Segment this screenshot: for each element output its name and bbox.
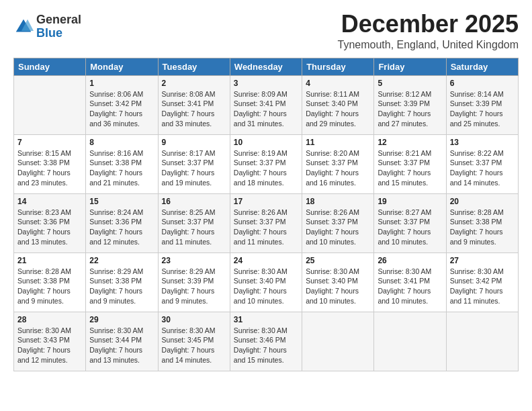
day-detail: Sunrise: 8:11 AM Sunset: 3:40 PM Dayligh… bbox=[306, 89, 370, 129]
calendar-cell: 30Sunrise: 8:30 AM Sunset: 3:45 PM Dayli… bbox=[158, 312, 230, 371]
calendar-week-row: 14Sunrise: 8:23 AM Sunset: 3:36 PM Dayli… bbox=[14, 193, 519, 253]
day-detail: Sunrise: 8:26 AM Sunset: 3:37 PM Dayligh… bbox=[306, 208, 370, 247]
day-detail: Sunrise: 8:30 AM Sunset: 3:41 PM Dayligh… bbox=[378, 267, 442, 306]
calendar-cell: 2Sunrise: 8:08 AM Sunset: 3:41 PM Daylig… bbox=[158, 75, 230, 134]
calendar-cell: 23Sunrise: 8:29 AM Sunset: 3:39 PM Dayli… bbox=[158, 253, 230, 312]
title-area: December 2025 Tynemouth, England, United… bbox=[338, 11, 519, 51]
calendar-cell bbox=[302, 312, 374, 371]
logo-blue-text: Blue bbox=[36, 27, 81, 40]
day-detail: Sunrise: 8:21 AM Sunset: 3:37 PM Dayligh… bbox=[378, 148, 442, 188]
calendar-cell: 7Sunrise: 8:15 AM Sunset: 3:38 PM Daylig… bbox=[14, 134, 86, 193]
calendar-cell bbox=[374, 312, 446, 371]
calendar-header-thursday: Thursday bbox=[302, 58, 374, 75]
calendar-cell: 4Sunrise: 8:11 AM Sunset: 3:40 PM Daylig… bbox=[302, 75, 374, 134]
day-number: 9 bbox=[162, 138, 226, 147]
calendar-cell: 8Sunrise: 8:16 AM Sunset: 3:38 PM Daylig… bbox=[86, 134, 158, 193]
day-number: 6 bbox=[450, 79, 515, 88]
calendar-cell: 12Sunrise: 8:21 AM Sunset: 3:37 PM Dayli… bbox=[374, 134, 446, 193]
day-detail: Sunrise: 8:20 AM Sunset: 3:37 PM Dayligh… bbox=[306, 148, 370, 188]
calendar-week-row: 28Sunrise: 8:30 AM Sunset: 3:43 PM Dayli… bbox=[14, 312, 519, 371]
page: General Blue December 2025 Tynemouth, En… bbox=[0, 0, 532, 411]
day-number: 28 bbox=[17, 315, 82, 324]
calendar-cell: 25Sunrise: 8:30 AM Sunset: 3:40 PM Dayli… bbox=[302, 253, 374, 312]
calendar-cell: 24Sunrise: 8:30 AM Sunset: 3:40 PM Dayli… bbox=[230, 253, 302, 312]
calendar-cell: 22Sunrise: 8:29 AM Sunset: 3:38 PM Dayli… bbox=[86, 253, 158, 312]
day-detail: Sunrise: 8:29 AM Sunset: 3:38 PM Dayligh… bbox=[89, 267, 154, 306]
day-detail: Sunrise: 8:16 AM Sunset: 3:38 PM Dayligh… bbox=[89, 148, 154, 188]
day-detail: Sunrise: 8:15 AM Sunset: 3:38 PM Dayligh… bbox=[17, 148, 82, 188]
day-number: 11 bbox=[306, 138, 370, 147]
day-number: 1 bbox=[89, 79, 154, 88]
day-detail: Sunrise: 8:12 AM Sunset: 3:39 PM Dayligh… bbox=[378, 89, 442, 129]
calendar-cell: 26Sunrise: 8:30 AM Sunset: 3:41 PM Dayli… bbox=[374, 253, 446, 312]
calendar-cell: 6Sunrise: 8:14 AM Sunset: 3:39 PM Daylig… bbox=[446, 75, 518, 134]
calendar-cell: 31Sunrise: 8:30 AM Sunset: 3:46 PM Dayli… bbox=[230, 312, 302, 371]
calendar-cell: 21Sunrise: 8:28 AM Sunset: 3:38 PM Dayli… bbox=[14, 253, 86, 312]
day-detail: Sunrise: 8:30 AM Sunset: 3:46 PM Dayligh… bbox=[234, 326, 298, 365]
calendar-cell: 28Sunrise: 8:30 AM Sunset: 3:43 PM Dayli… bbox=[14, 312, 86, 371]
calendar-cell: 15Sunrise: 8:24 AM Sunset: 3:36 PM Dayli… bbox=[86, 193, 158, 253]
day-detail: Sunrise: 8:27 AM Sunset: 3:37 PM Dayligh… bbox=[378, 208, 442, 247]
calendar-cell: 1Sunrise: 8:06 AM Sunset: 3:42 PM Daylig… bbox=[86, 75, 158, 134]
calendar-header-sunday: Sunday bbox=[14, 58, 86, 75]
day-number: 8 bbox=[89, 138, 154, 147]
location: Tynemouth, England, United Kingdom bbox=[338, 39, 519, 51]
day-detail: Sunrise: 8:17 AM Sunset: 3:37 PM Dayligh… bbox=[162, 148, 226, 188]
day-number: 20 bbox=[450, 197, 515, 206]
day-number: 15 bbox=[89, 197, 154, 206]
day-number: 10 bbox=[234, 138, 298, 147]
day-detail: Sunrise: 8:30 AM Sunset: 3:40 PM Dayligh… bbox=[234, 267, 298, 306]
day-number: 3 bbox=[234, 79, 298, 88]
day-detail: Sunrise: 8:23 AM Sunset: 3:36 PM Dayligh… bbox=[17, 208, 82, 247]
day-number: 13 bbox=[450, 138, 515, 147]
day-detail: Sunrise: 8:14 AM Sunset: 3:39 PM Dayligh… bbox=[450, 89, 515, 129]
day-number: 22 bbox=[89, 256, 154, 265]
calendar-week-row: 21Sunrise: 8:28 AM Sunset: 3:38 PM Dayli… bbox=[14, 253, 519, 312]
day-detail: Sunrise: 8:30 AM Sunset: 3:44 PM Dayligh… bbox=[89, 326, 154, 365]
calendar-cell: 11Sunrise: 8:20 AM Sunset: 3:37 PM Dayli… bbox=[302, 134, 374, 193]
calendar-cell: 3Sunrise: 8:09 AM Sunset: 3:41 PM Daylig… bbox=[230, 75, 302, 134]
calendar-week-row: 1Sunrise: 8:06 AM Sunset: 3:42 PM Daylig… bbox=[14, 75, 519, 134]
day-detail: Sunrise: 8:28 AM Sunset: 3:38 PM Dayligh… bbox=[450, 208, 515, 247]
day-number: 5 bbox=[378, 79, 442, 88]
calendar-cell: 18Sunrise: 8:26 AM Sunset: 3:37 PM Dayli… bbox=[302, 193, 374, 253]
calendar: SundayMondayTuesdayWednesdayThursdayFrid… bbox=[13, 58, 519, 371]
day-number: 27 bbox=[450, 256, 515, 265]
day-number: 26 bbox=[378, 256, 442, 265]
day-number: 16 bbox=[162, 197, 226, 206]
calendar-week-row: 7Sunrise: 8:15 AM Sunset: 3:38 PM Daylig… bbox=[14, 134, 519, 193]
day-detail: Sunrise: 8:30 AM Sunset: 3:40 PM Dayligh… bbox=[306, 267, 370, 306]
day-number: 17 bbox=[234, 197, 298, 206]
logo-general-text: General bbox=[36, 13, 81, 27]
day-detail: Sunrise: 8:26 AM Sunset: 3:37 PM Dayligh… bbox=[234, 208, 298, 247]
calendar-header-wednesday: Wednesday bbox=[230, 58, 302, 75]
day-number: 7 bbox=[17, 138, 82, 147]
day-number: 23 bbox=[162, 256, 226, 265]
calendar-cell: 9Sunrise: 8:17 AM Sunset: 3:37 PM Daylig… bbox=[158, 134, 230, 193]
calendar-cell: 27Sunrise: 8:30 AM Sunset: 3:42 PM Dayli… bbox=[446, 253, 518, 312]
calendar-header-tuesday: Tuesday bbox=[158, 58, 230, 75]
day-number: 19 bbox=[378, 197, 442, 206]
day-number: 14 bbox=[17, 197, 82, 206]
logo-icon bbox=[13, 17, 34, 37]
calendar-header-monday: Monday bbox=[86, 58, 158, 75]
day-detail: Sunrise: 8:09 AM Sunset: 3:41 PM Dayligh… bbox=[234, 89, 298, 129]
calendar-header-saturday: Saturday bbox=[446, 58, 518, 75]
calendar-cell: 16Sunrise: 8:25 AM Sunset: 3:37 PM Dayli… bbox=[158, 193, 230, 253]
calendar-header-friday: Friday bbox=[374, 58, 446, 75]
day-number: 12 bbox=[378, 138, 442, 147]
day-detail: Sunrise: 8:28 AM Sunset: 3:38 PM Dayligh… bbox=[17, 267, 82, 306]
logo-text: General Blue bbox=[36, 13, 81, 40]
day-detail: Sunrise: 8:24 AM Sunset: 3:36 PM Dayligh… bbox=[89, 208, 154, 247]
calendar-cell bbox=[14, 75, 86, 134]
day-number: 30 bbox=[162, 315, 226, 324]
calendar-cell bbox=[446, 312, 518, 371]
day-number: 2 bbox=[162, 79, 226, 88]
day-number: 25 bbox=[306, 256, 370, 265]
day-number: 31 bbox=[234, 315, 298, 324]
day-detail: Sunrise: 8:06 AM Sunset: 3:42 PM Dayligh… bbox=[89, 89, 154, 129]
month-title: December 2025 bbox=[338, 11, 519, 38]
day-detail: Sunrise: 8:19 AM Sunset: 3:37 PM Dayligh… bbox=[234, 148, 298, 188]
day-number: 29 bbox=[89, 315, 154, 324]
calendar-cell: 29Sunrise: 8:30 AM Sunset: 3:44 PM Dayli… bbox=[86, 312, 158, 371]
